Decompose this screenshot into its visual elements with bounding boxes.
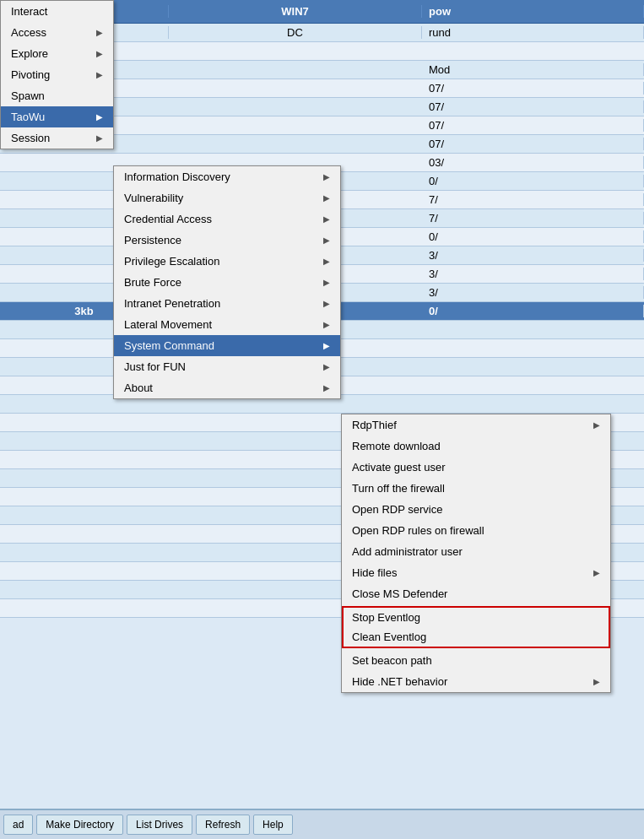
menu-item-turn-off-firewall[interactable]: Turn off the firewall (342, 478, 610, 499)
menu-item-brute-force[interactable]: Brute Force ▶ (114, 272, 340, 293)
menu-item-hide-net-behavior[interactable]: Hide .NET behavior ▶ (342, 671, 610, 692)
menu-item-intranet-penetration[interactable]: Intranet Penetration ▶ (114, 293, 340, 314)
submenu-arrow-icon: ▶ (96, 112, 103, 122)
menu-item-open-rdp-rules[interactable]: Open RDP rules on firewall (342, 520, 610, 541)
toolbar-btn-ad[interactable]: ad (3, 815, 33, 835)
menu-item-rdpthief[interactable]: RdpThief ▶ (342, 414, 610, 436)
bottom-toolbar: ad Make Directory List Drives Refresh He… (0, 809, 644, 839)
submenu-arrow-icon: ▶ (593, 677, 600, 686)
submenu-arrow-icon: ▶ (323, 299, 330, 308)
submenu-arrow-icon: ▶ (323, 383, 330, 392)
highlighted-box: Stop Eventlog Clean Eventlog (342, 606, 610, 648)
submenu-arrow-icon: ▶ (323, 257, 330, 266)
menu-item-spawn[interactable]: Spawn (1, 85, 113, 106)
menu-item-system-command[interactable]: System Command ▶ (114, 335, 340, 356)
menu-item-open-rdp-service[interactable]: Open RDP service (342, 499, 610, 520)
menu-item-about[interactable]: About ▶ (114, 377, 340, 398)
menu-item-add-admin-user[interactable]: Add administrator user (342, 541, 610, 562)
menu-item-interact[interactable]: Interact (1, 1, 113, 22)
submenu-arrow-icon: ▶ (323, 341, 330, 350)
submenu-arrow-icon: ▶ (323, 235, 330, 245)
menu-item-clean-eventlog[interactable]: Clean Eventlog (344, 627, 609, 647)
menu-item-credential-access[interactable]: Credential Access ▶ (114, 208, 340, 230)
menu-item-set-beacon-path[interactable]: Set beacon path (342, 650, 610, 671)
menu-item-explore[interactable]: Explore ▶ (1, 43, 113, 64)
submenu-arrow-icon: ▶ (323, 278, 330, 287)
submenu-arrow-icon: ▶ (96, 70, 103, 79)
col-pow-header: pow (422, 5, 644, 18)
submenu-arrow-icon: ▶ (323, 362, 330, 371)
menu-item-just-for-fun[interactable]: Just for FUN ▶ (114, 356, 340, 377)
toolbar-btn-help[interactable]: Help (253, 815, 293, 835)
context-menu-level1[interactable]: Interact Access ▶ Explore ▶ Pivoting ▶ S… (0, 0, 114, 149)
toolbar-btn-make-directory[interactable]: Make Directory (36, 815, 123, 835)
menu-item-information-discovery[interactable]: Information Discovery ▶ (114, 166, 340, 187)
submenu-arrow-icon: ▶ (593, 420, 600, 430)
submenu-arrow-icon: ▶ (323, 320, 330, 329)
menu-item-lateral-movement[interactable]: Lateral Movement ▶ (114, 314, 340, 335)
menu-item-access[interactable]: Access ▶ (1, 22, 113, 43)
col-win7-header: WIN7 (169, 5, 422, 18)
context-menu-level3[interactable]: RdpThief ▶ Remote download Activate gues… (341, 414, 611, 693)
submenu-arrow-icon: ▶ (323, 172, 330, 181)
menu-item-activate-guest[interactable]: Activate guest user (342, 457, 610, 478)
toolbar-btn-list-drives[interactable]: List Drives (127, 815, 192, 835)
menu-item-privilege-escalation[interactable]: Privilege Escalation ▶ (114, 251, 340, 272)
menu-item-remote-download[interactable]: Remote download (342, 436, 610, 457)
menu-item-vulnerability[interactable]: Vulnerability ▶ (114, 187, 340, 208)
submenu-arrow-icon: ▶ (96, 49, 103, 58)
submenu-arrow-icon: ▶ (96, 28, 103, 37)
submenu-arrow-icon: ▶ (323, 214, 330, 224)
submenu-arrow-icon: ▶ (323, 193, 330, 203)
context-menu-level2[interactable]: Information Discovery ▶ Vulnerability ▶ … (113, 165, 341, 399)
menu-item-taowu[interactable]: TaoWu ▶ (1, 106, 113, 127)
menu-item-close-ms-defender[interactable]: Close MS Defender (342, 583, 610, 604)
menu-item-session[interactable]: Session ▶ (1, 127, 113, 149)
submenu-arrow-icon: ▶ (96, 133, 103, 143)
menu-item-stop-eventlog[interactable]: Stop Eventlog (344, 608, 609, 627)
menu-item-pivoting[interactable]: Pivoting ▶ (1, 64, 113, 85)
menu-item-hide-files[interactable]: Hide files ▶ (342, 562, 610, 583)
menu-item-persistence[interactable]: Persistence ▶ (114, 230, 340, 251)
submenu-arrow-icon: ▶ (593, 568, 600, 577)
toolbar-btn-refresh[interactable]: Refresh (196, 815, 250, 835)
